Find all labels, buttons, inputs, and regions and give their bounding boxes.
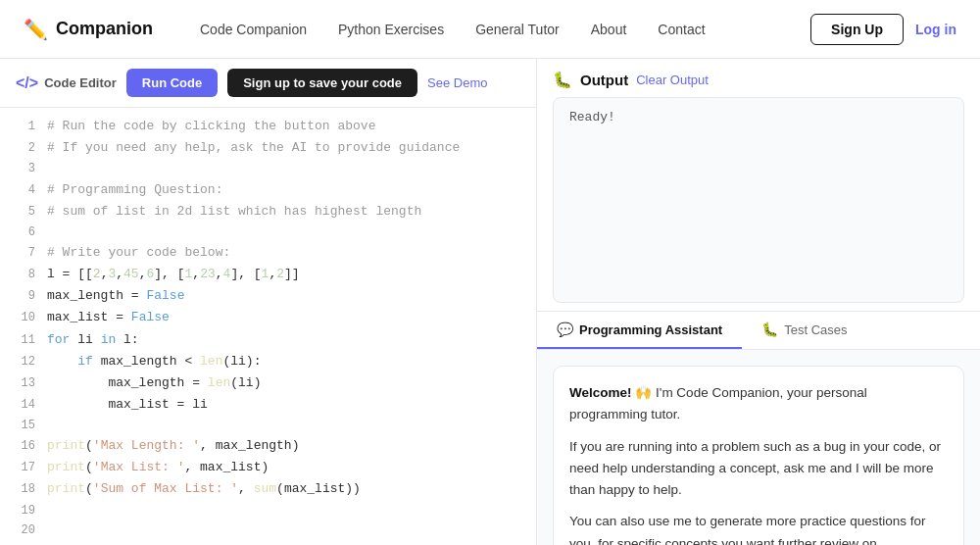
table-row: 18 print('Sum of Max List: ', sum(max_li… [0,478,536,500]
assistant-para2: You can also use me to generate more pra… [569,511,948,545]
table-row: 17 print('Max List: ', max_list) [0,457,536,478]
table-row: 7 # Write your code below: [0,242,536,264]
table-row: 1 # Run the code by clicking the button … [0,116,536,137]
login-nav-button[interactable]: Log in [915,22,956,37]
test-icon: 🐛 [761,322,778,337]
nav-code-companion[interactable]: Code Companion [200,22,307,37]
tab-test-cases[interactable]: 🐛 Test Cases [742,312,866,349]
table-row: 8 l = [[2,3,45,6], [1,23,4], [1,2]] [0,264,536,285]
right-panel: 🐛 Output Clear Output Ready! 💬 Programmi… [537,59,980,545]
table-row: 3 [0,159,536,178]
bug-icon: 🐛 [553,71,572,89]
nav-contact[interactable]: Contact [658,22,705,37]
code-icon: </> [16,74,38,92]
tab-programming-assistant-label: Programming Assistant [579,322,722,337]
brand-name: Companion [56,19,153,39]
table-row: 16 print('Max Length: ', max_length) [0,435,536,457]
main-container: </> Code Editor Run Code Sign up to save… [0,59,980,545]
chat-bubble: Welcome! 🙌 Welcome! 🙌 I'm Code Companion… [553,366,964,545]
tab-programming-assistant[interactable]: 💬 Programming Assistant [537,312,742,349]
table-row: 14 max_list = li [0,394,536,416]
tabs-bar: 💬 Programming Assistant 🐛 Test Cases [537,312,980,350]
output-box: Ready! [553,97,964,303]
assistant-para1: If you are running into a problem such a… [569,436,948,502]
table-row: 5 # sum of list in 2d list which has hig… [0,201,536,223]
table-row: 12 if max_length < len(li): [0,351,536,372]
editor-label: </> Code Editor [16,74,117,92]
pen-icon: ✏️ [24,18,48,41]
nav-general-tutor[interactable]: General Tutor [475,22,560,37]
table-row: 4 # Programming Question: [0,179,536,201]
table-row: 9 max_length = False [0,285,536,307]
assistant-welcome: Welcome! 🙌 Welcome! 🙌 I'm Code Companion… [569,382,948,426]
brand-logo[interactable]: ✏️ Companion [24,18,153,41]
table-row: 6 [0,223,536,242]
navbar-nav: Code Companion Python Exercises General … [200,22,810,37]
see-demo-button[interactable]: See Demo [427,75,487,90]
navbar-actions: Sign Up Log in [810,14,956,45]
tab-test-cases-label: Test Cases [784,322,847,337]
navbar: ✏️ Companion Code Companion Python Exerc… [0,0,980,59]
table-row: 19 [0,501,536,520]
table-row: 13 max_length = len(li) [0,372,536,394]
chat-icon: 💬 [557,322,573,337]
table-row: 20 [0,520,536,540]
assistant-welcome-bold: Welcome! 🙌 [569,385,652,400]
signup-nav-button[interactable]: Sign Up [810,14,904,45]
save-code-button[interactable]: Sign up to save your code [227,69,417,97]
code-editor-area[interactable]: 1 # Run the code by clicking the button … [0,108,536,545]
output-title: Output [580,72,628,88]
table-row: 10 max_list = False [0,307,536,328]
editor-label-text: Code Editor [44,75,117,90]
left-panel: </> Code Editor Run Code Sign up to save… [0,59,537,545]
clear-output-button[interactable]: Clear Output [636,73,709,87]
output-section: 🐛 Output Clear Output Ready! [537,59,980,312]
table-row: 2 # If you need any help, ask the AI to … [0,137,536,159]
nav-about[interactable]: About [591,22,627,37]
output-ready-text: Ready! [569,110,615,124]
output-header: 🐛 Output Clear Output [553,71,964,89]
table-row: 15 [0,416,536,435]
assistant-content: Welcome! 🙌 Welcome! 🙌 I'm Code Companion… [537,350,980,545]
table-row: 11 for li in l: [0,329,536,351]
editor-toolbar: </> Code Editor Run Code Sign up to save… [0,59,536,108]
nav-python-exercises[interactable]: Python Exercises [338,22,444,37]
run-code-button[interactable]: Run Code [126,69,218,97]
